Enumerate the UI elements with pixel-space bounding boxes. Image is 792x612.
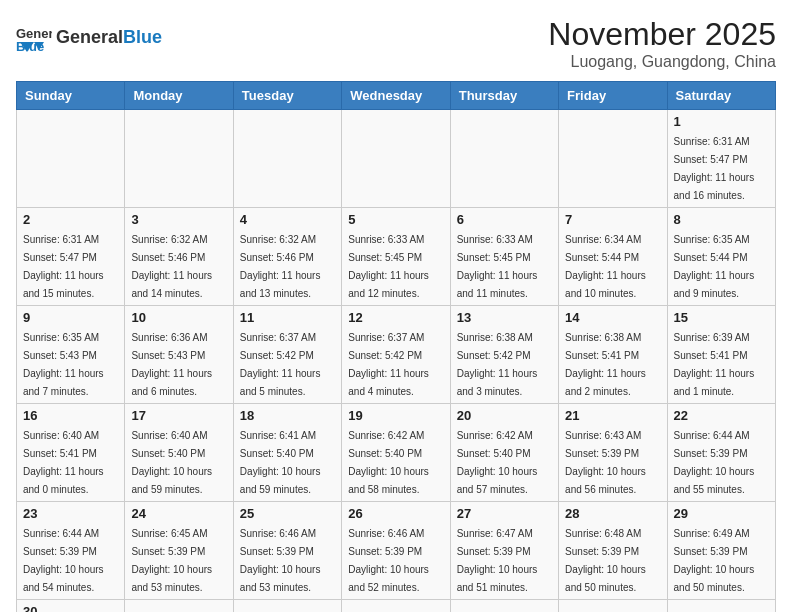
empty-cell xyxy=(667,600,775,613)
empty-cell xyxy=(450,110,558,208)
month-title: November 2025 xyxy=(548,16,776,53)
day-17: 17 Sunrise: 6:40 AM Sunset: 5:40 PM Dayl… xyxy=(125,404,233,502)
location-title: Luogang, Guangdong, China xyxy=(548,53,776,71)
day-21: 21 Sunrise: 6:43 AM Sunset: 5:39 PM Dayl… xyxy=(559,404,667,502)
header-tuesday: Tuesday xyxy=(233,82,341,110)
title-area: November 2025 Luogang, Guangdong, China xyxy=(548,16,776,71)
header-wednesday: Wednesday xyxy=(342,82,450,110)
day-26: 26 Sunrise: 6:46 AM Sunset: 5:39 PM Dayl… xyxy=(342,502,450,600)
day-19: 19 Sunrise: 6:42 AM Sunset: 5:40 PM Dayl… xyxy=(342,404,450,502)
empty-cell xyxy=(125,110,233,208)
day-4: 4 Sunrise: 6:32 AM Sunset: 5:46 PM Dayli… xyxy=(233,208,341,306)
day-12: 12 Sunrise: 6:37 AM Sunset: 5:42 PM Dayl… xyxy=(342,306,450,404)
day-11: 11 Sunrise: 6:37 AM Sunset: 5:42 PM Dayl… xyxy=(233,306,341,404)
day-2: 2 Sunrise: 6:31 AM Sunset: 5:47 PM Dayli… xyxy=(17,208,125,306)
day-28: 28 Sunrise: 6:48 AM Sunset: 5:39 PM Dayl… xyxy=(559,502,667,600)
day-16: 16 Sunrise: 6:40 AM Sunset: 5:41 PM Dayl… xyxy=(17,404,125,502)
empty-cell xyxy=(559,110,667,208)
week-row-4: 16 Sunrise: 6:40 AM Sunset: 5:41 PM Dayl… xyxy=(17,404,776,502)
week-row-1: 1 Sunrise: 6:31 AM Sunset: 5:47 PM Dayli… xyxy=(17,110,776,208)
header: General Blue GeneralBlue November 2025 L… xyxy=(16,16,776,71)
empty-cell xyxy=(17,110,125,208)
day-1: 1 Sunrise: 6:31 AM Sunset: 5:47 PM Dayli… xyxy=(667,110,775,208)
empty-cell xyxy=(342,600,450,613)
logo-icon: General Blue xyxy=(16,24,52,52)
logo-text: GeneralBlue xyxy=(56,28,162,48)
day-3: 3 Sunrise: 6:32 AM Sunset: 5:46 PM Dayli… xyxy=(125,208,233,306)
day-13: 13 Sunrise: 6:38 AM Sunset: 5:42 PM Dayl… xyxy=(450,306,558,404)
day-9: 9 Sunrise: 6:35 AM Sunset: 5:43 PM Dayli… xyxy=(17,306,125,404)
day-22: 22 Sunrise: 6:44 AM Sunset: 5:39 PM Dayl… xyxy=(667,404,775,502)
empty-cell xyxy=(233,110,341,208)
svg-text:Blue: Blue xyxy=(16,39,44,52)
day-25: 25 Sunrise: 6:46 AM Sunset: 5:39 PM Dayl… xyxy=(233,502,341,600)
week-row-5: 23 Sunrise: 6:44 AM Sunset: 5:39 PM Dayl… xyxy=(17,502,776,600)
day-24: 24 Sunrise: 6:45 AM Sunset: 5:39 PM Dayl… xyxy=(125,502,233,600)
header-friday: Friday xyxy=(559,82,667,110)
empty-cell xyxy=(342,110,450,208)
logo: General Blue GeneralBlue xyxy=(16,24,162,52)
day-27: 27 Sunrise: 6:47 AM Sunset: 5:39 PM Dayl… xyxy=(450,502,558,600)
day-8: 8 Sunrise: 6:35 AM Sunset: 5:44 PM Dayli… xyxy=(667,208,775,306)
day-14: 14 Sunrise: 6:38 AM Sunset: 5:41 PM Dayl… xyxy=(559,306,667,404)
day-7: 7 Sunrise: 6:34 AM Sunset: 5:44 PM Dayli… xyxy=(559,208,667,306)
week-row-2: 2 Sunrise: 6:31 AM Sunset: 5:47 PM Dayli… xyxy=(17,208,776,306)
header-monday: Monday xyxy=(125,82,233,110)
week-row-3: 9 Sunrise: 6:35 AM Sunset: 5:43 PM Dayli… xyxy=(17,306,776,404)
calendar-table: Sunday Monday Tuesday Wednesday Thursday… xyxy=(16,81,776,612)
day-29: 29 Sunrise: 6:49 AM Sunset: 5:39 PM Dayl… xyxy=(667,502,775,600)
day-15: 15 Sunrise: 6:39 AM Sunset: 5:41 PM Dayl… xyxy=(667,306,775,404)
day-10: 10 Sunrise: 6:36 AM Sunset: 5:43 PM Dayl… xyxy=(125,306,233,404)
weekday-header-row: Sunday Monday Tuesday Wednesday Thursday… xyxy=(17,82,776,110)
empty-cell xyxy=(450,600,558,613)
day-6: 6 Sunrise: 6:33 AM Sunset: 5:45 PM Dayli… xyxy=(450,208,558,306)
week-row-6: 30 Sunrise: 6:49 AM Sunset: 5:39 PM Dayl… xyxy=(17,600,776,613)
day-23: 23 Sunrise: 6:44 AM Sunset: 5:39 PM Dayl… xyxy=(17,502,125,600)
day-5: 5 Sunrise: 6:33 AM Sunset: 5:45 PM Dayli… xyxy=(342,208,450,306)
day-18: 18 Sunrise: 6:41 AM Sunset: 5:40 PM Dayl… xyxy=(233,404,341,502)
header-sunday: Sunday xyxy=(17,82,125,110)
empty-cell xyxy=(233,600,341,613)
header-saturday: Saturday xyxy=(667,82,775,110)
day-20: 20 Sunrise: 6:42 AM Sunset: 5:40 PM Dayl… xyxy=(450,404,558,502)
empty-cell xyxy=(559,600,667,613)
empty-cell xyxy=(125,600,233,613)
header-thursday: Thursday xyxy=(450,82,558,110)
day-30: 30 Sunrise: 6:49 AM Sunset: 5:39 PM Dayl… xyxy=(17,600,125,613)
